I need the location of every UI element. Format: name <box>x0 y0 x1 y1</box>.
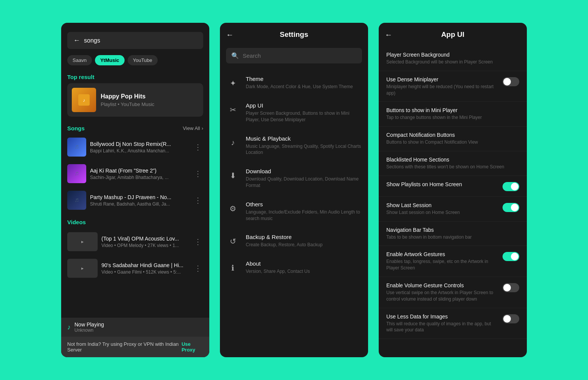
appui-show-playlists[interactable]: Show Playlists on Home Screen <box>379 176 527 197</box>
tabs-container: Saavn YtMusic YouTube <box>61 55 209 70</box>
toggle-artwork-gestures[interactable] <box>503 252 519 261</box>
svg-text:♪: ♪ <box>83 98 85 103</box>
video-thumb-1: ▶ <box>67 232 98 251</box>
toggle-knob <box>503 315 511 323</box>
videos-section: Videos ▶ (Top 1 Viral) OPM Acoustic Lov.… <box>61 215 209 282</box>
videos-label: Videos <box>61 215 209 228</box>
song-thumb-1: 🎵 <box>67 138 86 157</box>
search-input[interactable] <box>84 37 197 44</box>
screens-container: ← Saavn YtMusic YouTube Top result ♪ Hap… <box>50 8 538 372</box>
screen-search: ← Saavn YtMusic YouTube Top result ♪ Hap… <box>61 23 209 357</box>
more-button-1[interactable]: ⋮ <box>193 141 203 153</box>
songs-header: Songs View All › <box>61 123 209 134</box>
proxy-bar: Not from India? Try using Proxy or VPN w… <box>61 337 209 357</box>
now-playing-icon: ♪ <box>67 323 71 331</box>
tab-youtube[interactable]: YouTube <box>128 55 158 65</box>
tab-saavn[interactable]: Saavn <box>67 55 92 65</box>
settings-item-theme[interactable]: ✦ Theme Dark Mode, Accent Color & Hue, U… <box>220 70 368 96</box>
appui-back-icon[interactable]: ← <box>385 30 392 39</box>
toggle-knob <box>511 204 518 211</box>
settings-item-others[interactable]: ⚙ Others Language, Include/Exclude Folde… <box>220 195 368 228</box>
appui-nav-bar-tabs[interactable]: Navigation Bar Tabs Tabs to be shown in … <box>379 222 527 246</box>
video-info-1: (Top 1 Viral) OPM Acoustic Lov... Video … <box>101 236 189 248</box>
screen-settings: ← Settings 🔍 ✦ Theme Dark Mode, Accent C… <box>220 23 368 357</box>
toggle-dense-miniplayer[interactable] <box>503 77 519 86</box>
song-item-2[interactable]: 🎵 Aaj Ki Raat (From "Stree 2") Sachin-Ji… <box>61 160 209 187</box>
settings-item-appui[interactable]: ✂ App UI Player Screen Background, Butto… <box>220 96 368 129</box>
more-button-2[interactable]: ⋮ <box>193 168 203 180</box>
song-item-1[interactable]: 🎵 Bollywood Dj Non Stop Remix(R... Bappi… <box>61 134 209 160</box>
download-icon: ⬇ <box>226 169 240 182</box>
more-button-3[interactable]: ⋮ <box>193 194 203 206</box>
song-info-3: Party Mashup - DJ Praveen - No... Shruti… <box>90 194 189 207</box>
use-proxy-button[interactable]: Use Proxy <box>182 341 203 353</box>
view-all-button[interactable]: View All › <box>183 125 203 131</box>
video-item-1[interactable]: ▶ (Top 1 Viral) OPM Acoustic Lov... Vide… <box>61 228 209 255</box>
video-info-2: 90's Sadabahar Hindi Gaane | Hi... Video… <box>101 262 189 275</box>
appui-blacklisted-sections[interactable]: Blacklisted Home Sections Sections with … <box>379 151 527 176</box>
more-button-v1[interactable]: ⋮ <box>193 236 203 248</box>
top-result-card[interactable]: ♪ Happy Pop Hits Playlist • YouTube Musi… <box>67 83 203 117</box>
song-thumb-2: 🎵 <box>67 164 86 183</box>
toggle-show-last-session[interactable] <box>503 203 519 212</box>
appui-icon: ✂ <box>226 103 240 117</box>
top-result-thumbnail: ♪ <box>72 88 96 112</box>
song-info-1: Bollywood Dj Non Stop Remix(R... Bappi L… <box>90 141 189 154</box>
settings-search-bar: 🔍 <box>226 48 362 63</box>
songs-label: Songs <box>67 125 85 131</box>
about-icon: ℹ <box>226 261 240 275</box>
backup-icon: ↺ <box>226 234 240 248</box>
top-result-title: Happy Pop Hits <box>101 93 154 100</box>
now-playing-info: Now Playing Unknown <box>74 321 104 333</box>
screen-appui: ← App UI Player Screen Background Select… <box>379 23 527 357</box>
appui-dense-miniplayer[interactable]: Use Dense Miniplayer Miniplayer height w… <box>379 71 527 102</box>
settings-search-input[interactable] <box>243 52 357 59</box>
tab-ytmusic[interactable]: YtMusic <box>95 55 125 65</box>
toggle-less-data[interactable] <box>503 314 519 323</box>
now-playing-bar[interactable]: ♪ Now Playing Unknown <box>61 318 209 337</box>
settings-back-icon[interactable]: ← <box>226 30 234 39</box>
search-icon: 🔍 <box>231 52 239 59</box>
settings-info-theme: Theme Dark Mode, Accent Color & Hue, Use… <box>246 76 353 90</box>
appui-less-data[interactable]: Use Less Data for Images This will reduc… <box>379 308 527 339</box>
song-thumb-3: 🎵 <box>67 191 86 210</box>
search-bar: ← <box>67 32 203 49</box>
settings-info-backup: Backup & Restore Create Backup, Restore,… <box>246 234 322 248</box>
settings-title: Settings <box>280 30 308 39</box>
appui-show-last-session[interactable]: Show Last Session Show Last session on H… <box>379 197 527 222</box>
top-result-label: Top result <box>61 70 209 83</box>
song-info-2: Aaj Ki Raat (From "Stree 2") Sachin-Jiga… <box>90 168 189 180</box>
appui-compact-notification[interactable]: Compact Notification Buttons Buttons to … <box>379 127 527 151</box>
settings-info-download: Download Download Quality, Download Loca… <box>246 168 362 189</box>
top-result-subtitle: Playlist • YouTube Music <box>101 101 154 107</box>
video-item-2[interactable]: ▶ 90's Sadabahar Hindi Gaane | Hi... Vid… <box>61 255 209 282</box>
toggle-knob <box>511 253 518 260</box>
appui-volume-gesture[interactable]: Enable Volume Gesture Controls Use verti… <box>379 277 527 308</box>
top-result-info: Happy Pop Hits Playlist • YouTube Music <box>101 93 154 107</box>
settings-info-appui: App UI Player Screen Background, Buttons… <box>246 102 362 123</box>
settings-item-download[interactable]: ⬇ Download Download Quality, Download Lo… <box>220 162 368 195</box>
others-icon: ⚙ <box>226 202 240 215</box>
appui-title: App UI <box>441 30 464 39</box>
toggle-show-playlists[interactable] <box>503 182 519 191</box>
appui-header: ← App UI <box>379 23 527 46</box>
music-icon: ♪ <box>226 136 240 150</box>
settings-item-backup[interactable]: ↺ Backup & Restore Create Backup, Restor… <box>220 228 368 254</box>
more-button-v2[interactable]: ⋮ <box>193 262 203 274</box>
settings-info-about: About Version, Share App, Contact Us <box>246 260 310 275</box>
toggle-knob <box>503 78 511 86</box>
video-thumb-2: ▶ <box>67 259 98 278</box>
toggle-volume-gesture[interactable] <box>503 283 519 292</box>
proxy-text: Not from India? Try using Proxy or VPN w… <box>67 341 182 353</box>
settings-header: ← Settings <box>220 23 368 46</box>
settings-item-music[interactable]: ♪ Music & Playback Music Language, Strea… <box>220 129 368 162</box>
settings-info-others: Others Language, Include/Exclude Folders… <box>246 201 362 222</box>
appui-mini-player-buttons[interactable]: Buttons to show in Mini Player Tap to ch… <box>379 102 527 127</box>
settings-item-about[interactable]: ℹ About Version, Share App, Contact Us <box>220 254 368 281</box>
back-arrow-icon[interactable]: ← <box>73 36 80 44</box>
appui-artwork-gestures[interactable]: Enable Artwork Gestures Enables tap, lon… <box>379 246 527 277</box>
toggle-knob <box>511 183 518 190</box>
appui-player-bg[interactable]: Player Screen Background Selected Backgr… <box>379 46 527 71</box>
toggle-knob <box>503 284 511 291</box>
song-item-3[interactable]: 🎵 Party Mashup - DJ Praveen - No... Shru… <box>61 187 209 214</box>
